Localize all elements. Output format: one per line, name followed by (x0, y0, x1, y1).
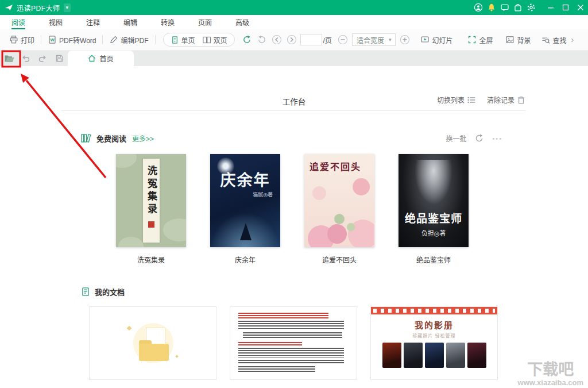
word-doc-icon: W (48, 35, 57, 44)
notification-bell-icon[interactable] (485, 0, 498, 15)
settings-gear-icon[interactable] (524, 0, 537, 15)
zoom-out-icon[interactable] (336, 33, 349, 46)
tab-page[interactable]: 页面 (198, 15, 212, 29)
rotate-clockwise-icon[interactable] (241, 33, 253, 46)
open-file-button[interactable] (3, 53, 15, 64)
maximize-button[interactable] (558, 0, 573, 15)
fullscreen-button[interactable]: 全屏 (464, 35, 496, 45)
book-item: 绝品鉴宝师 负担◎著 绝品鉴宝师 (399, 154, 469, 264)
my-documents-heading: 我的文档 (95, 286, 125, 297)
home-icon (88, 55, 96, 62)
reading-toolbar: 打印 W PDF转Word 编辑PDF 单页 双页 /页 适合宽度 ▾ (0, 29, 588, 51)
previous-page-icon[interactable] (270, 33, 283, 46)
minimize-button[interactable] (543, 0, 558, 15)
document-card-album[interactable]: 我的影册 珍藏照片 轻松管理 (370, 306, 498, 380)
slideshow-icon (420, 35, 430, 44)
clear-records-button[interactable]: 清除记录 (487, 95, 525, 105)
list-view-icon (467, 97, 475, 103)
document-icon (81, 287, 90, 297)
free-reading-more-link[interactable]: 更多>> (132, 133, 154, 143)
book-cover-title: 绝品鉴宝师 (399, 210, 469, 225)
save-button[interactable] (53, 53, 65, 64)
book-cover-author: 负担◎著 (399, 228, 469, 237)
undo-button[interactable] (20, 53, 32, 64)
tab-edit[interactable]: 编辑 (123, 15, 137, 29)
svg-text:W: W (50, 37, 55, 43)
page-layout-group: 单页 双页 (163, 33, 235, 47)
save-floppy-icon (55, 54, 64, 63)
switch-list-button[interactable]: 切换列表 (437, 95, 475, 105)
book-title-label[interactable]: 绝品鉴宝师 (416, 255, 451, 264)
zoom-in-icon[interactable] (399, 33, 411, 46)
pencil-icon (109, 35, 118, 44)
seal-stamp (148, 221, 154, 228)
document-card-empty[interactable] (89, 306, 216, 380)
book-cover[interactable]: 庆余年 猫腻◎著 (210, 154, 280, 247)
page-number-input[interactable] (300, 34, 322, 45)
document-tabstrip: 首页 (0, 51, 588, 66)
find-icon (541, 35, 550, 44)
feedback-chat-icon[interactable] (498, 0, 511, 15)
filmstrip-decoration (371, 307, 497, 314)
tab-convert[interactable]: 转换 (161, 15, 175, 29)
pdf-to-word-button[interactable]: W PDF转Word (44, 35, 99, 45)
rotate-counterclockwise-icon[interactable] (256, 33, 268, 46)
next-page-icon[interactable] (285, 33, 298, 46)
background-image-icon (505, 35, 514, 44)
change-batch-button[interactable]: 换一批 (446, 133, 466, 143)
refresh-icon[interactable] (475, 134, 483, 143)
close-button[interactable] (573, 0, 588, 15)
double-page-button[interactable]: 双页 (199, 35, 231, 45)
app-menu-caret-icon[interactable]: ▾ (64, 3, 71, 12)
toolbar-separator (41, 35, 41, 44)
toolbar-separator (102, 35, 103, 44)
edit-pdf-button[interactable]: 编辑PDF (106, 35, 152, 45)
book-cover[interactable]: 洗冤集录 (116, 154, 186, 247)
site-watermark: 下载吧 www.xiazaiba.com (518, 362, 583, 387)
tab-annotate[interactable]: 注释 (86, 15, 100, 29)
book-title-label[interactable]: 追爱不回头 (322, 255, 357, 264)
background-button[interactable]: 背景 (502, 35, 534, 45)
fullscreen-icon (467, 35, 477, 44)
app-logo-icon (5, 3, 13, 11)
page-suffix-label: /页 (323, 35, 332, 45)
book-cover-title: 追爱不回头 (310, 159, 361, 173)
chevron-down-icon: ▾ (389, 37, 392, 43)
tab-home[interactable]: 首页 (68, 51, 134, 66)
poster-thumbnails (371, 343, 497, 368)
book-item: 洗冤集录 洗冤集录 (116, 154, 186, 264)
book-cover-title: 庆余年 (210, 168, 280, 190)
free-reading-heading: 免费阅读 (96, 133, 126, 144)
single-page-icon (171, 36, 179, 44)
more-options-ellipsis[interactable]: ••• (492, 135, 502, 142)
find-button[interactable]: 查找 (537, 35, 570, 45)
toolbar-separator (155, 35, 156, 44)
book-cover[interactable]: 追爱不回头 (304, 154, 374, 247)
tab-read[interactable]: 阅读 (11, 15, 25, 29)
section-divider (61, 110, 526, 111)
printer-icon (9, 35, 18, 44)
account-icon[interactable] (471, 0, 485, 15)
single-page-button[interactable]: 单页 (167, 35, 199, 45)
ribbon-tabs: 阅读 视图 注释 编辑 转换 页面 高级 (0, 15, 588, 29)
document-card-text[interactable] (230, 306, 357, 380)
zoom-mode-dropdown[interactable]: 适合宽度 ▾ (352, 33, 396, 46)
slideshow-button[interactable]: 幻灯片 (417, 35, 456, 45)
book-item: 庆余年 猫腻◎著 庆余年 (210, 154, 280, 264)
titlebar: 迅读PDF大师 ▾ (0, 0, 588, 15)
book-title-label[interactable]: 洗冤集录 (137, 255, 165, 264)
folder-open-icon (4, 54, 15, 63)
home-content: 工作台 切换列表 清除记录 免费阅读 更多>> 换一批 ••• (0, 66, 588, 388)
print-button[interactable]: 打印 (6, 35, 38, 45)
toolbar-more-chevron-icon[interactable]: › (571, 35, 574, 44)
book-cover[interactable]: 绝品鉴宝师 负担◎著 (399, 154, 469, 247)
album-subtitle: 珍藏照片 轻松管理 (371, 332, 497, 339)
trash-icon (517, 96, 525, 104)
store-bag-icon[interactable] (511, 0, 524, 15)
tab-advanced[interactable]: 高级 (235, 15, 249, 29)
app-title: 迅读PDF大师 (17, 3, 60, 13)
redo-button[interactable] (37, 53, 48, 64)
book-cover-title: 洗冤集录 (144, 166, 158, 216)
tab-view[interactable]: 视图 (49, 15, 63, 29)
book-title-label[interactable]: 庆余年 (235, 255, 256, 264)
